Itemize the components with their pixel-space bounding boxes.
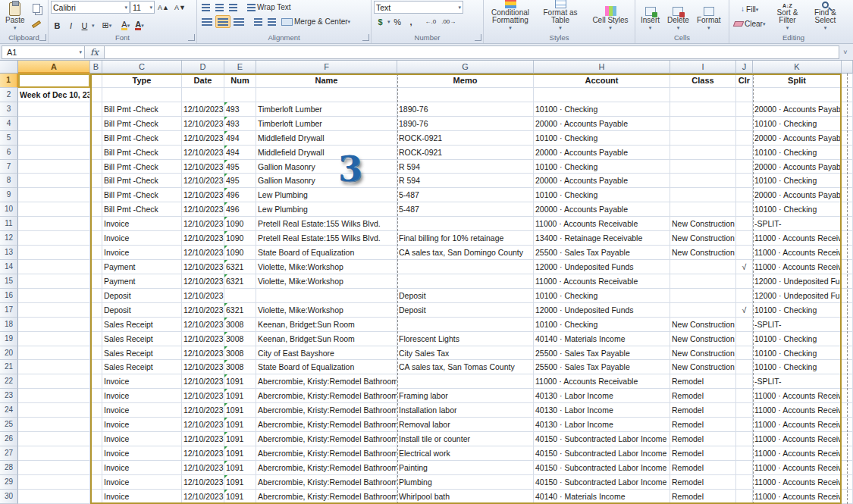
cell-C21[interactable]: Sales Receipt xyxy=(102,360,182,374)
cell-B21[interactable] xyxy=(90,360,102,374)
cell-partial-2[interactable] xyxy=(842,88,853,102)
insert-function-button[interactable]: fx xyxy=(85,45,105,59)
cell-E19[interactable]: 3008 xyxy=(224,332,256,346)
cell-B10[interactable] xyxy=(90,202,102,217)
cell-H8[interactable]: 20000 · Accounts Payable xyxy=(534,174,670,188)
clear-button[interactable]: Clear▾ xyxy=(732,17,767,30)
row-header-4[interactable]: 4 xyxy=(0,117,18,131)
cell-D21[interactable]: 12/10/2023 xyxy=(182,360,224,374)
cell-B1[interactable] xyxy=(90,74,102,88)
row-header-9[interactable]: 9 xyxy=(0,188,18,202)
sort-filter-button[interactable]: A↓Z Sort & Filter ▾ xyxy=(769,1,805,32)
cell-H2[interactable] xyxy=(534,88,670,102)
cell-A24[interactable] xyxy=(18,403,90,418)
cell-K1[interactable]: Split xyxy=(753,74,842,88)
cell-F15[interactable]: Violette, Mike:Workshop xyxy=(256,274,397,289)
cell-D6[interactable]: 12/10/2023 xyxy=(182,146,224,160)
cell-C4[interactable]: Bill Pmt -Check xyxy=(102,117,182,131)
cell-G26[interactable]: Install tile or counter xyxy=(397,432,534,446)
copy-button[interactable] xyxy=(30,2,43,15)
cell-C28[interactable]: Invoice xyxy=(102,461,182,475)
cell-G17[interactable]: Deposit xyxy=(397,303,534,318)
cell-K25[interactable]: 11000 · Accounts Receivable xyxy=(753,418,842,432)
cell-A25[interactable] xyxy=(18,418,90,432)
cell-E23[interactable]: 1091 xyxy=(224,389,256,403)
cell-G6[interactable]: ROCK-0921 xyxy=(397,146,534,160)
insert-cells-button[interactable]: Insert ▾ xyxy=(638,1,663,32)
cell-D5[interactable]: 12/10/2023 xyxy=(182,131,224,146)
cell-J28[interactable] xyxy=(736,461,753,475)
cell-I29[interactable]: Remodel xyxy=(670,475,736,490)
cell-J30[interactable] xyxy=(736,490,753,504)
cell-I2[interactable] xyxy=(670,88,736,102)
cell-D4[interactable]: 12/10/2023 xyxy=(182,117,224,131)
cell-D18[interactable]: 12/10/2023 xyxy=(182,318,224,332)
cell-G16[interactable]: Deposit xyxy=(397,289,534,303)
cell-partial-13[interactable] xyxy=(842,246,853,260)
cell-H9[interactable]: 10100 · Checking xyxy=(534,188,670,202)
cell-C11[interactable]: Invoice xyxy=(102,217,182,231)
format-as-table-dropdown-icon[interactable]: ▾ xyxy=(559,25,562,30)
cell-A27[interactable] xyxy=(18,446,90,461)
cell-G9[interactable]: 5-487 xyxy=(397,188,534,202)
cell-I21[interactable]: New Construction xyxy=(670,360,736,374)
conditional-formatting-dropdown-icon[interactable]: ▾ xyxy=(509,25,512,30)
cell-A9[interactable] xyxy=(18,188,90,202)
cell-partial-4[interactable] xyxy=(842,117,853,131)
align-center-button[interactable] xyxy=(215,15,230,28)
cell-J1[interactable]: Clr xyxy=(736,74,753,88)
cell-J4[interactable] xyxy=(736,117,753,131)
cell-E7[interactable]: 495 xyxy=(224,160,256,174)
cell-A4[interactable] xyxy=(18,117,90,131)
cell-partial-9[interactable] xyxy=(842,188,853,202)
cell-C27[interactable]: Invoice xyxy=(102,446,182,461)
cell-C14[interactable]: Payment xyxy=(102,260,182,274)
cell-J17[interactable]: √ xyxy=(736,303,753,318)
cell-D8[interactable]: 12/10/2023 xyxy=(182,174,224,188)
cell-D11[interactable]: 12/10/2023 xyxy=(182,217,224,231)
cell-H7[interactable]: 10100 · Checking xyxy=(534,160,670,174)
row-header-27[interactable]: 27 xyxy=(0,446,18,461)
align-left-button[interactable] xyxy=(199,15,215,28)
cell-J25[interactable] xyxy=(736,418,753,432)
cell-K8[interactable]: 10100 · Checking xyxy=(753,174,842,188)
cell-K3[interactable]: 20000 · Accounts Payable xyxy=(753,102,842,117)
percent-button[interactable]: % xyxy=(391,15,404,28)
shrink-font-button[interactable]: A▼ xyxy=(172,1,188,14)
cell-A8[interactable] xyxy=(18,174,90,188)
cell-G19[interactable]: Florescent Lights xyxy=(397,332,534,346)
cell-A29[interactable] xyxy=(18,475,90,490)
cell-H3[interactable]: 10100 · Checking xyxy=(534,102,670,117)
cell-E11[interactable]: 1090 xyxy=(224,217,256,231)
column-header-E[interactable]: E xyxy=(224,61,256,74)
cell-G15[interactable] xyxy=(397,274,534,289)
cell-H30[interactable]: 40140 · Materials Income xyxy=(534,490,670,504)
cell-A21[interactable] xyxy=(18,360,90,374)
column-header-I[interactable]: I xyxy=(670,61,736,74)
cell-styles-dropdown-icon[interactable]: ▾ xyxy=(609,25,612,30)
cell-E2[interactable] xyxy=(224,88,256,102)
cell-K23[interactable]: 11000 · Accounts Receivable xyxy=(753,389,842,403)
cell-I1[interactable]: Class xyxy=(670,74,736,88)
cell-J2[interactable] xyxy=(736,88,753,102)
cell-B14[interactable] xyxy=(90,260,102,274)
cell-K13[interactable]: 11000 · Accounts Receivable xyxy=(753,246,842,260)
cell-K29[interactable]: 11000 · Accounts Receivable xyxy=(753,475,842,490)
paste-button[interactable]: Paste ▾ xyxy=(2,1,28,32)
cell-E3[interactable]: 493 xyxy=(224,102,256,117)
cell-A15[interactable] xyxy=(18,274,90,289)
cell-F8[interactable]: Gallion Masonry xyxy=(256,174,397,188)
cell-C19[interactable]: Sales Receipt xyxy=(102,332,182,346)
cell-C2[interactable] xyxy=(102,88,182,102)
cell-partial-20[interactable] xyxy=(842,346,853,361)
fill-dropdown-icon[interactable]: ▾ xyxy=(756,7,759,12)
cell-H24[interactable]: 40130 · Labor Income xyxy=(534,403,670,418)
cell-D9[interactable]: 12/10/2023 xyxy=(182,188,224,202)
cell-D28[interactable]: 12/10/2023 xyxy=(182,461,224,475)
clear-dropdown-icon[interactable]: ▾ xyxy=(763,21,766,27)
cell-F5[interactable]: Middlefield Drywall xyxy=(256,131,397,146)
cell-C13[interactable]: Invoice xyxy=(102,246,182,260)
cell-G14[interactable] xyxy=(397,260,534,274)
cell-I25[interactable]: Remodel xyxy=(670,418,736,432)
cell-K4[interactable]: 10100 · Checking xyxy=(753,117,842,131)
